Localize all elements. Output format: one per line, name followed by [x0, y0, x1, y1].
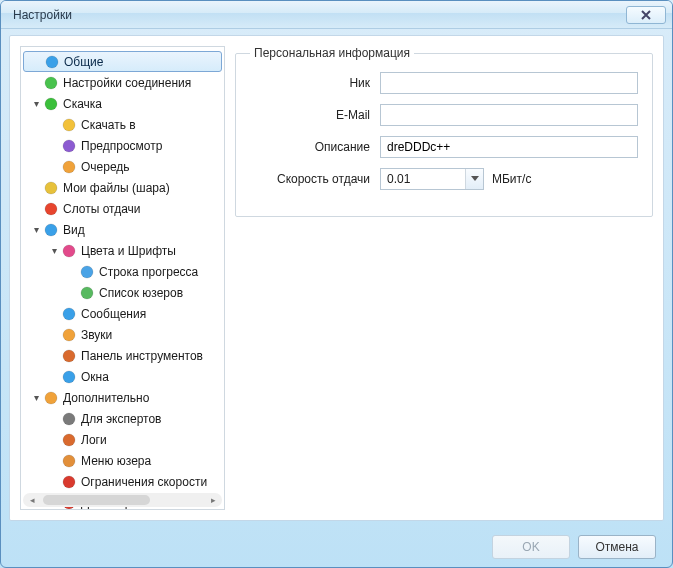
svg-point-0: [46, 56, 58, 68]
content-area: ОбщиеНастройки соединения▾СкачкаСкачать …: [9, 35, 664, 521]
close-icon: [641, 10, 651, 20]
svg-point-15: [63, 371, 75, 383]
tree-item-icon: [61, 117, 77, 133]
tree-item[interactable]: ▾Дополнительно: [23, 387, 222, 408]
tree-item-icon: [61, 369, 77, 385]
expander-icon[interactable]: ▾: [47, 245, 61, 256]
tree-item[interactable]: Скачать в: [23, 114, 222, 135]
tree-item-label: Слоты отдачи: [63, 202, 141, 216]
tree-item-label: Скачать в: [81, 118, 136, 132]
close-button[interactable]: [626, 6, 666, 24]
tree-item-label: Список юзеров: [99, 286, 183, 300]
upload-speed-combobox[interactable]: 0.01: [380, 168, 484, 190]
upload-speed-row: Скорость отдачи 0.01 МБит/с: [250, 168, 638, 190]
svg-point-5: [63, 161, 75, 173]
svg-point-16: [45, 392, 57, 404]
tree-item[interactable]: Окна: [23, 366, 222, 387]
tree-item-label: Дополнительно: [63, 391, 149, 405]
description-input[interactable]: [380, 136, 638, 158]
scroll-left-arrow-icon[interactable]: ◂: [25, 494, 39, 506]
tree-item-label: Ограничения скорости: [81, 475, 207, 489]
tree-item-label: Для экспертов: [81, 412, 161, 426]
tree-item[interactable]: Сообщения: [23, 303, 222, 324]
dialog-footer: OK Отмена: [1, 527, 672, 567]
window-title: Настройки: [13, 8, 72, 22]
ok-button[interactable]: OK: [492, 535, 570, 559]
nick-row: Ник: [250, 72, 638, 94]
svg-point-20: [63, 476, 75, 488]
tree-item-icon: [61, 432, 77, 448]
tree-item[interactable]: Мои файлы (шара): [23, 177, 222, 198]
tree-item-icon: [43, 75, 59, 91]
svg-point-13: [63, 329, 75, 341]
email-label: E-Mail: [250, 108, 380, 122]
expander-icon[interactable]: ▾: [29, 224, 43, 235]
tree-item-label: Очередь: [81, 160, 130, 174]
tree-item-icon: [43, 201, 59, 217]
tree-item[interactable]: Меню юзера: [23, 450, 222, 471]
tree-item[interactable]: Ограничения скорости: [23, 471, 222, 492]
scroll-right-arrow-icon[interactable]: ▸: [206, 494, 220, 506]
svg-point-8: [45, 224, 57, 236]
tree-item-label: Логи: [81, 433, 107, 447]
tree-item[interactable]: ▾Цвета и Шрифты: [23, 240, 222, 261]
tree-item[interactable]: ▾Скачка: [23, 93, 222, 114]
description-row: Описание: [250, 136, 638, 158]
upload-speed-unit: МБит/с: [492, 172, 531, 186]
tree-item-icon: [43, 390, 59, 406]
chevron-down-icon: [471, 176, 479, 182]
svg-point-17: [63, 413, 75, 425]
personal-info-group: Персональная информация Ник E-Mail Описа…: [235, 46, 653, 217]
tree-item[interactable]: Панель инструментов: [23, 345, 222, 366]
tree-item[interactable]: Логи: [23, 429, 222, 450]
tree-item-label: Вид: [63, 223, 85, 237]
main-panel: Персональная информация Ник E-Mail Описа…: [235, 46, 653, 510]
upload-speed-label: Скорость отдачи: [250, 172, 380, 186]
tree-item-label: Мои файлы (шара): [63, 181, 170, 195]
svg-point-11: [81, 287, 93, 299]
tree-item-icon: [61, 306, 77, 322]
tree-item-icon: [43, 222, 59, 238]
svg-point-12: [63, 308, 75, 320]
tree-item[interactable]: Очередь: [23, 156, 222, 177]
svg-point-19: [63, 455, 75, 467]
tree-item-icon: [61, 243, 77, 259]
tree-item-icon: [79, 264, 95, 280]
upload-speed-value: 0.01: [381, 172, 465, 186]
svg-point-7: [45, 203, 57, 215]
tree-item-icon: [61, 474, 77, 490]
settings-tree: ОбщиеНастройки соединения▾СкачкаСкачать …: [21, 47, 224, 510]
nick-input[interactable]: [380, 72, 638, 94]
tree-item-label: Скачка: [63, 97, 102, 111]
tree-item-icon: [61, 327, 77, 343]
svg-point-6: [45, 182, 57, 194]
tree-item-label: Строка прогресса: [99, 265, 198, 279]
tree-item[interactable]: Слоты отдачи: [23, 198, 222, 219]
tree-item[interactable]: ▾Вид: [23, 219, 222, 240]
tree-item[interactable]: Звуки: [23, 324, 222, 345]
tree-item[interactable]: Предпросмотр: [23, 135, 222, 156]
tree-item-label: Предпросмотр: [81, 139, 162, 153]
tree-item[interactable]: Список юзеров: [23, 282, 222, 303]
tree-item-label: Настройки соединения: [63, 76, 191, 90]
expander-icon[interactable]: ▾: [29, 98, 43, 109]
tree-item-label: Меню юзера: [81, 454, 151, 468]
svg-point-9: [63, 245, 75, 257]
expander-icon[interactable]: ▾: [29, 392, 43, 403]
tree-item[interactable]: Общие: [23, 51, 222, 72]
tree-item-label: Окна: [81, 370, 109, 384]
svg-point-10: [81, 266, 93, 278]
email-input[interactable]: [380, 104, 638, 126]
combobox-dropdown-button[interactable]: [465, 169, 483, 189]
svg-point-18: [63, 434, 75, 446]
svg-point-14: [63, 350, 75, 362]
tree-item[interactable]: Для экспертов: [23, 408, 222, 429]
tree-item-icon: [43, 96, 59, 112]
settings-tree-panel: ОбщиеНастройки соединения▾СкачкаСкачать …: [20, 46, 225, 510]
cancel-button[interactable]: Отмена: [578, 535, 656, 559]
tree-item-icon: [61, 138, 77, 154]
scroll-thumb[interactable]: [43, 495, 150, 505]
tree-item[interactable]: Настройки соединения: [23, 72, 222, 93]
tree-horizontal-scrollbar[interactable]: ◂ ▸: [23, 493, 222, 507]
tree-item[interactable]: Строка прогресса: [23, 261, 222, 282]
